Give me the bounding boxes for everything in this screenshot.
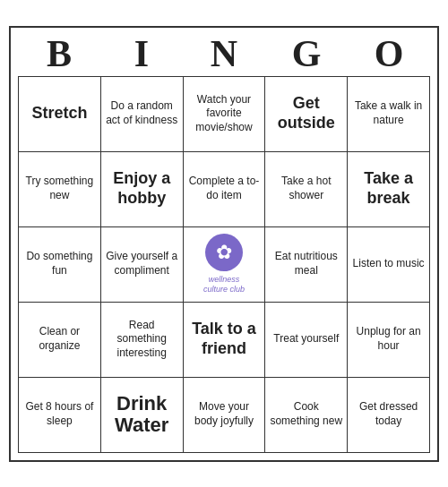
cell-text: Take a break — [351, 169, 426, 208]
cell-text: Try something new — [22, 175, 97, 202]
bingo-cell-21: Drink Water — [101, 378, 184, 453]
bingo-card: BINGO StretchDo a random act of kindness… — [9, 26, 439, 462]
free-space: wellnessculture club — [203, 234, 245, 295]
cell-text: Take a hot shower — [269, 175, 343, 202]
bingo-cell-18: Treat yourself — [265, 303, 348, 378]
bingo-cell-12: wellnessculture club — [184, 227, 266, 303]
header-letter-b: B — [21, 35, 98, 73]
cell-text: Unplug for an hour — [351, 325, 426, 353]
header-letter-o: O — [350, 35, 427, 73]
bingo-cell-1: Do a random act of kindness — [101, 77, 184, 152]
bingo-cell-11: Give yourself a compliment — [101, 227, 184, 303]
bingo-cell-20: Get 8 hours of sleep — [19, 378, 101, 453]
bingo-cell-15: Clean or organize — [19, 303, 101, 378]
bingo-cell-0: Stretch — [19, 77, 101, 152]
cell-text: Give yourself a compliment — [105, 250, 179, 278]
cell-text: Move your body joyfully — [187, 400, 262, 428]
cell-text: Enjoy a hobby — [105, 169, 179, 208]
bingo-cell-2: Watch your favorite movie/show — [184, 77, 266, 152]
header-letter-g: G — [268, 35, 345, 73]
cell-text: Clean or organize — [22, 325, 97, 353]
bingo-cell-4: Take a walk in nature — [348, 77, 430, 152]
bingo-cell-3: Get outside — [265, 77, 348, 152]
cell-text: Stretch — [31, 104, 87, 124]
cell-text: Cook something new — [269, 400, 343, 428]
bingo-grid: StretchDo a random act of kindnessWatch … — [18, 76, 430, 453]
cell-text: Eat nutritious meal — [269, 250, 343, 278]
bingo-cell-5: Try something new — [19, 152, 101, 227]
bingo-cell-22: Move your body joyfully — [184, 378, 266, 453]
bingo-cell-17: Talk to a friend — [184, 303, 266, 378]
bingo-cell-19: Unplug for an hour — [348, 303, 430, 378]
header-letter-n: N — [185, 35, 263, 73]
bingo-cell-24: Get dressed today — [348, 378, 430, 453]
cell-text: Do something fun — [22, 250, 97, 278]
cell-text: Get outside — [269, 94, 343, 132]
cell-text: Get dressed today — [351, 400, 426, 428]
cell-text: Drink Water — [105, 393, 179, 436]
cell-text: Do a random act of kindness — [105, 99, 179, 127]
bingo-cell-13: Eat nutritious meal — [265, 227, 348, 303]
bingo-cell-9: Take a break — [348, 152, 430, 227]
bingo-header: BINGO — [18, 35, 430, 73]
bingo-cell-14: Listen to music — [348, 227, 430, 303]
bingo-cell-8: Take a hot shower — [265, 152, 348, 227]
cell-text: Get 8 hours of sleep — [22, 400, 97, 428]
bingo-cell-6: Enjoy a hobby — [101, 152, 184, 227]
wellness-logo — [205, 234, 243, 271]
header-letter-i: I — [103, 35, 180, 73]
cell-text: Complete a to-do item — [187, 175, 262, 202]
bingo-cell-10: Do something fun — [19, 227, 101, 303]
wellness-label: wellnessculture club — [203, 275, 245, 295]
cell-text: Talk to a friend — [187, 320, 262, 358]
bingo-cell-16: Read something interesting — [101, 303, 184, 378]
cell-text: Take a walk in nature — [351, 99, 426, 127]
cell-text: Treat yourself — [273, 332, 339, 346]
bingo-cell-7: Complete a to-do item — [184, 152, 266, 227]
bingo-cell-23: Cook something new — [265, 378, 348, 453]
cell-text: Read something interesting — [105, 319, 179, 361]
cell-text: Watch your favorite movie/show — [187, 93, 262, 135]
cell-text: Listen to music — [353, 257, 425, 271]
